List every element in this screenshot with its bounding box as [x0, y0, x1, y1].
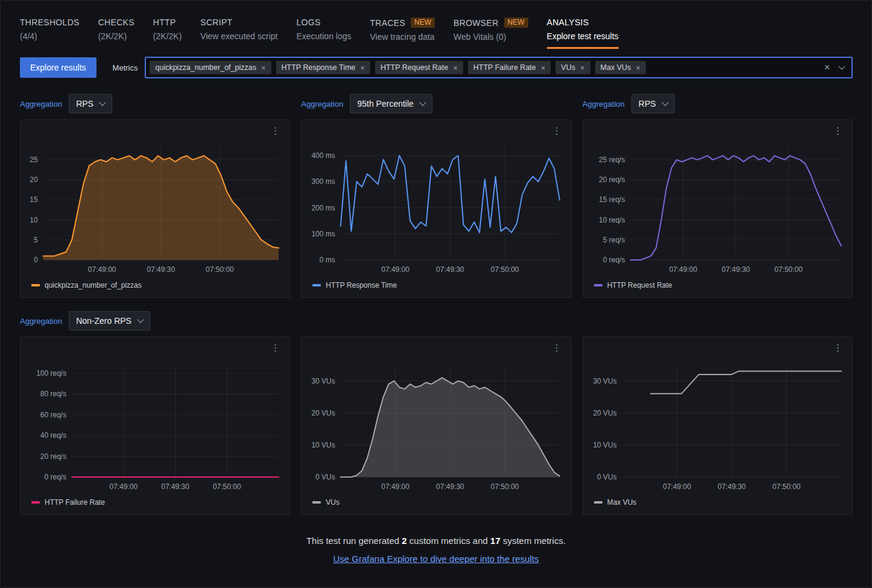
chart-quickpizza-number-of-pizzas[interactable]: 051015202507:49:0007:49:3007:50:00: [25, 141, 285, 276]
svg-text:400 ms: 400 ms: [312, 151, 335, 160]
legend-swatch: [31, 284, 40, 286]
svg-text:07:49:30: 07:49:30: [436, 482, 464, 491]
metric-chip-label: HTTP Request Rate: [381, 63, 448, 72]
new-badge: NEW: [504, 17, 528, 28]
svg-text:07:49:00: 07:49:00: [88, 265, 116, 274]
aggregation-select-95th-percentile[interactable]: 95th Percentile: [350, 94, 432, 113]
clear-all-icon[interactable]: ×: [824, 63, 830, 72]
aggregation-row-1: Aggregation RPS Aggregation 95th Percent…: [20, 94, 853, 113]
aggregation-select-non-zero-rps[interactable]: Non-Zero RPS: [69, 311, 150, 330]
explore-toolbar: Explore results Metrics quickpizza_numbe…: [20, 57, 853, 78]
svg-text:25 req/s: 25 req/s: [599, 156, 625, 164]
tab-browser[interactable]: BROWSER NEW Web Vitals (0): [453, 17, 528, 49]
legend-label: HTTP Failure Rate: [45, 498, 105, 507]
chart-row-2: ⋮ 0 req/s20 req/s40 req/s60 req/s80 req/…: [20, 337, 853, 515]
chart-legend[interactable]: HTTP Failure Rate: [25, 493, 285, 507]
svg-text:30 VUs: 30 VUs: [593, 377, 616, 385]
svg-text:07:50:00: 07:50:00: [491, 482, 519, 491]
svg-text:5 req/s: 5 req/s: [602, 236, 625, 244]
chart-http-request-rate[interactable]: 0 req/s5 req/s10 req/s15 req/s20 req/s25…: [588, 141, 847, 276]
chart-panel-http-failure-rate: ⋮ 0 req/s20 req/s40 req/s60 req/s80 req/…: [20, 337, 290, 515]
tab-logs[interactable]: LOGS Execution logs: [296, 17, 351, 49]
tab-title: TRACES: [370, 18, 406, 28]
svg-text:20 VUs: 20 VUs: [593, 409, 616, 417]
metrics-multiselect[interactable]: quickpizza_number_of_pizzas× HTTP Respon…: [145, 57, 853, 78]
legend-label: HTTP Request Rate: [607, 281, 672, 289]
remove-metric-icon[interactable]: ×: [541, 64, 546, 72]
chart-legend[interactable]: HTTP Response Time: [306, 276, 566, 289]
svg-text:40 req/s: 40 req/s: [40, 431, 66, 440]
metric-chip-label: quickpizza_number_of_pizzas: [155, 63, 256, 72]
svg-text:20 req/s: 20 req/s: [40, 452, 66, 461]
legend-swatch: [594, 284, 602, 286]
panel-menu-icon[interactable]: ⋮: [268, 341, 282, 355]
tab-subtitle: (4/4): [20, 31, 80, 41]
tab-subtitle: Explore test results: [547, 31, 619, 41]
aggregation-label: Aggregation: [301, 100, 343, 109]
remove-metric-icon[interactable]: ×: [580, 64, 585, 72]
chart-legend[interactable]: Max VUs: [588, 493, 847, 507]
svg-text:20 req/s: 20 req/s: [599, 175, 625, 184]
svg-text:07:49:30: 07:49:30: [147, 265, 175, 274]
panel-menu-icon[interactable]: ⋮: [831, 341, 845, 355]
chart-row-1: ⋮ 051015202507:49:0007:49:3007:50:00 qui…: [20, 119, 853, 298]
chart-legend[interactable]: VUs: [306, 493, 566, 507]
svg-text:07:49:30: 07:49:30: [161, 482, 189, 491]
legend-swatch: [594, 501, 602, 504]
metric-chip-label: Max VUs: [601, 63, 631, 72]
aggregation-value: Non-Zero RPS: [76, 316, 131, 326]
chart-legend[interactable]: HTTP Request Rate: [588, 276, 847, 289]
chevron-down-icon: [419, 99, 426, 106]
svg-text:100 req/s: 100 req/s: [36, 369, 66, 378]
remove-metric-icon[interactable]: ×: [261, 64, 266, 72]
tab-title: CHECKS: [98, 17, 134, 27]
svg-text:07:50:00: 07:50:00: [774, 265, 803, 274]
chart-panel-max-vus: ⋮ 0 VUs10 VUs20 VUs30 VUs07:49:0007:49:3…: [583, 337, 853, 515]
tab-analysis[interactable]: ANALYSIS Explore test results: [547, 17, 619, 49]
chart-max-vus[interactable]: 0 VUs10 VUs20 VUs30 VUs07:49:0007:49:300…: [588, 358, 847, 493]
panel-menu-icon[interactable]: ⋮: [550, 341, 564, 355]
svg-text:100 ms: 100 ms: [312, 230, 335, 238]
tab-http[interactable]: HTTP (2K/2K): [153, 17, 182, 49]
tab-traces[interactable]: TRACES NEW View tracing data: [370, 17, 435, 49]
chevron-down-icon[interactable]: [838, 63, 845, 69]
aggregation-label: Aggregation: [20, 100, 62, 109]
chart-http-failure-rate[interactable]: 0 req/s20 req/s40 req/s60 req/s80 req/s1…: [25, 358, 285, 493]
svg-text:10 req/s: 10 req/s: [599, 216, 625, 224]
aggregation-select-rps[interactable]: RPS: [631, 94, 675, 113]
grafana-explore-link[interactable]: Use Grafana Explore to dive deeper into …: [333, 554, 539, 564]
svg-text:80 req/s: 80 req/s: [40, 390, 66, 398]
aggregation-value: 95th Percentile: [357, 99, 413, 109]
chart-http-response-time[interactable]: 0 ms100 ms200 ms300 ms400 ms07:49:0007:4…: [306, 141, 566, 276]
tab-title: HTTP: [153, 17, 176, 27]
svg-text:07:50:00: 07:50:00: [491, 265, 519, 274]
metrics-summary-text: This test run generated 2 custom metrics…: [1, 536, 871, 546]
aggregation-select-rps[interactable]: RPS: [69, 94, 112, 113]
tab-script[interactable]: SCRIPT View executed script: [200, 17, 277, 49]
panel-menu-icon[interactable]: ⋮: [268, 124, 282, 138]
remove-metric-icon[interactable]: ×: [453, 64, 458, 72]
metric-chip: quickpizza_number_of_pizzas×: [150, 61, 271, 74]
svg-text:0 req/s: 0 req/s: [45, 473, 67, 481]
svg-text:07:49:00: 07:49:00: [663, 482, 691, 491]
svg-text:200 ms: 200 ms: [312, 204, 335, 212]
remove-metric-icon[interactable]: ×: [636, 64, 640, 72]
explore-results-button[interactable]: Explore results: [20, 57, 96, 78]
tab-checks[interactable]: CHECKS (2K/2K): [98, 17, 134, 49]
panel-menu-icon[interactable]: ⋮: [550, 124, 564, 138]
tab-thresholds[interactable]: THRESHOLDS (4/4): [20, 17, 80, 49]
summary-prefix: This test run generated: [306, 536, 399, 546]
svg-text:07:49:30: 07:49:30: [721, 265, 750, 274]
remove-metric-icon[interactable]: ×: [360, 64, 365, 72]
tab-title: SCRIPT: [200, 17, 232, 27]
svg-text:07:50:00: 07:50:00: [206, 265, 234, 274]
chart-vus[interactable]: 0 VUs10 VUs20 VUs30 VUs07:49:0007:49:300…: [306, 358, 566, 493]
tab-subtitle: (2K/2K): [153, 31, 182, 41]
svg-text:15: 15: [30, 195, 38, 204]
svg-text:07:49:30: 07:49:30: [436, 265, 464, 274]
panel-menu-icon[interactable]: ⋮: [831, 124, 845, 138]
chart-legend[interactable]: quickpizza_number_of_pizzas: [25, 276, 285, 289]
chevron-down-icon: [99, 99, 106, 106]
k6-results-app: THRESHOLDS (4/4) CHECKS (2K/2K) HTTP (2K…: [0, 0, 872, 588]
svg-text:0: 0: [34, 256, 38, 264]
